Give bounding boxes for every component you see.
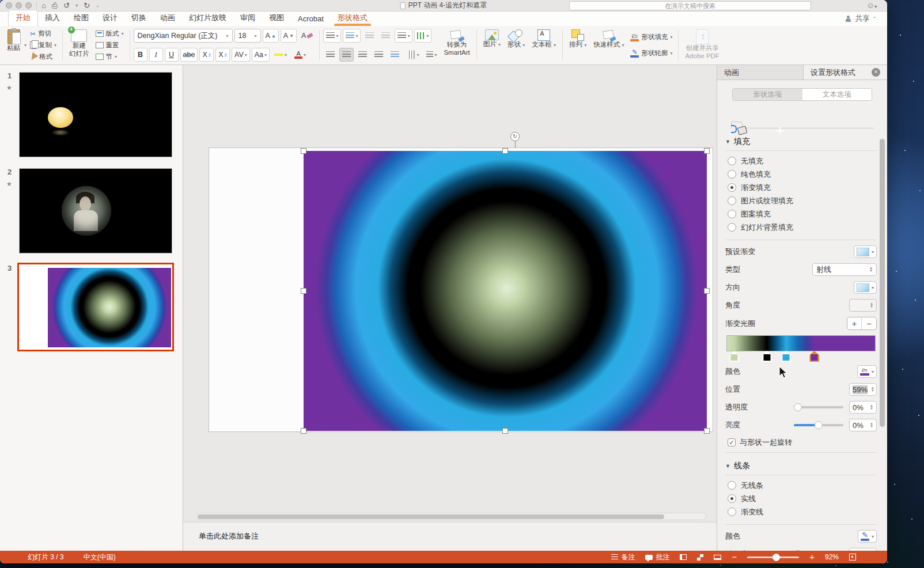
tab-animations[interactable]: 动画	[153, 10, 182, 26]
line-section-header[interactable]: ▼线条	[725, 457, 877, 475]
fill-option-pattern[interactable]: 图案填充	[728, 207, 877, 221]
arrange-button[interactable]: 排列 ▾	[566, 28, 589, 63]
change-case-button[interactable]: Aa▾	[252, 48, 270, 62]
quick-styles-button[interactable]: 快速样式 ▾	[590, 28, 627, 63]
close-window-button[interactable]	[6, 2, 12, 9]
zoom-slider-knob[interactable]	[772, 554, 780, 561]
language-indicator[interactable]: 中文(中国)	[84, 552, 116, 562]
gradient-stop-black[interactable]	[762, 351, 772, 362]
stop-position-input[interactable]: 59%▲▼	[849, 383, 877, 396]
tab-review[interactable]: 审阅	[233, 10, 262, 26]
text-direction-button[interactable]: ▾	[404, 48, 422, 62]
cut-button[interactable]: ✂剪切	[28, 29, 59, 39]
gradient-stop-green[interactable]	[729, 351, 739, 362]
gradient-type-select[interactable]: 射线▲▼	[812, 263, 877, 276]
effects-tab[interactable]	[751, 122, 761, 128]
panel-scrollbar[interactable]	[880, 139, 885, 542]
tab-home[interactable]: 开始	[8, 10, 38, 26]
rotation-handle[interactable]: ↻	[510, 132, 520, 141]
subscript-button[interactable]: X2	[215, 48, 230, 62]
gradient-stops-bar[interactable]	[726, 335, 876, 351]
clear-formatting-button[interactable]: A	[298, 29, 316, 43]
distribute-button[interactable]	[388, 48, 402, 62]
slide-1-thumbnail[interactable]	[19, 72, 172, 157]
minimize-window-button[interactable]	[16, 2, 22, 9]
undo-icon[interactable]: ↺	[63, 1, 70, 10]
redo-icon[interactable]: ↻	[84, 1, 90, 10]
notes-toggle-button[interactable]: 备注	[611, 552, 635, 562]
decrease-indent-button[interactable]	[362, 29, 377, 43]
size-properties-tab[interactable]	[769, 122, 779, 128]
tab-transitions[interactable]: 切换	[124, 10, 153, 26]
tab-insert[interactable]: 插入	[38, 10, 67, 26]
horizontal-scrollbar[interactable]	[196, 513, 706, 520]
slide-sorter-view-button[interactable]	[697, 554, 703, 561]
save-icon[interactable]: ⎙	[52, 1, 58, 10]
fill-option-picture[interactable]: 图片或纹理填充	[728, 194, 877, 207]
preset-gradient-button[interactable]: ▾	[854, 245, 877, 258]
add-gradient-stop-button[interactable]: +	[847, 317, 862, 330]
undo-dropdown-icon[interactable]: ▾	[75, 3, 78, 8]
feedback-smiley-icon[interactable]: ☺▾	[866, 1, 877, 10]
tab-view[interactable]: 视图	[262, 10, 291, 26]
character-spacing-button[interactable]: AV▾	[232, 48, 250, 62]
gradient-rectangle-shape[interactable]	[304, 151, 707, 431]
handle-top-right[interactable]	[704, 148, 710, 154]
transparency-slider-knob[interactable]	[794, 403, 802, 411]
convert-smartart-button[interactable]: 转换为SmartArt	[441, 28, 472, 63]
transparency-input[interactable]: 0%▲▼	[849, 401, 877, 414]
stop-color-button[interactable]: 🗁 ▾	[857, 365, 877, 378]
copy-button[interactable]: 复制▾	[28, 40, 59, 50]
new-slide-button[interactable]: 新建幻灯片	[66, 28, 92, 63]
create-share-pdf-button[interactable]: 创建并共享Adobe PDF	[682, 28, 722, 63]
panel-tab-animation[interactable]: 动画	[717, 65, 804, 79]
line-option-none[interactable]: 无线条	[728, 479, 877, 492]
handle-top-left[interactable]	[301, 148, 306, 154]
line-color-button[interactable]: ✎ ▾	[858, 530, 877, 543]
comments-toggle-button[interactable]: 批注	[645, 552, 669, 562]
rotate-with-shape-checkbox[interactable]: ✓ 与形状一起旋转	[728, 437, 877, 448]
align-right-button[interactable]	[355, 48, 370, 62]
reset-button[interactable]: 重置	[93, 40, 126, 50]
home-icon[interactable]: ⌂	[41, 1, 46, 10]
handle-bottom-center[interactable]	[502, 428, 508, 434]
italic-button[interactable]: I	[149, 48, 163, 62]
fill-option-solid[interactable]: 纯色填充	[728, 168, 877, 181]
fill-option-gradient[interactable]: 渐变填充	[728, 181, 877, 194]
brightness-input[interactable]: 0%▲▼	[849, 419, 877, 431]
zoom-out-button[interactable]: −	[732, 554, 737, 560]
panel-tab-format-shape[interactable]: 设置形状格式 ✕	[804, 65, 887, 79]
zoom-window-button[interactable]	[25, 2, 32, 9]
font-name-select[interactable]: DengXian Regular (正文)▾	[134, 29, 233, 43]
handle-bottom-right[interactable]	[704, 428, 710, 434]
close-panel-icon[interactable]: ✕	[872, 68, 880, 77]
shape-fill-button[interactable]: 🗁形状填充▾	[628, 32, 675, 42]
layout-button[interactable]: 版式▾	[93, 29, 126, 39]
share-button[interactable]: 共享 ⌃	[845, 14, 877, 24]
strikethrough-button[interactable]: abe	[180, 48, 198, 62]
normal-view-button[interactable]	[680, 554, 687, 560]
gradient-direction-button[interactable]: ▾	[854, 281, 877, 294]
search-input[interactable]	[569, 1, 811, 10]
shape-options-segment[interactable]: 形状选项	[733, 89, 802, 100]
line-spacing-button[interactable]: ▾	[395, 29, 412, 43]
handle-middle-right[interactable]	[704, 288, 710, 294]
align-text-button[interactable]: ▾	[423, 48, 440, 62]
shape-outline-button[interactable]: ✎形状轮廓▾	[628, 48, 675, 58]
panel-scrollbar-thumb[interactable]	[880, 139, 885, 427]
slide-3-thumbnail[interactable]	[19, 264, 172, 350]
textbox-button[interactable]: 文本框 ▾	[529, 28, 559, 63]
customize-toolbar-icon[interactable]: ⌄	[96, 3, 100, 8]
horizontal-scrollbar-thumb[interactable]	[198, 514, 664, 519]
fill-option-none[interactable]: 无填充	[728, 154, 877, 168]
justify-button[interactable]	[372, 48, 386, 62]
bold-button[interactable]: B	[134, 48, 147, 62]
underline-button[interactable]: U	[165, 48, 179, 62]
font-size-select[interactable]: 18▾	[234, 29, 261, 43]
increase-indent-button[interactable]	[378, 29, 393, 43]
font-color-button[interactable]: A▾	[291, 48, 309, 62]
handle-top-center[interactable]	[502, 148, 508, 154]
angle-input[interactable]: ▲▼	[849, 299, 877, 312]
notes-pane[interactable]: 单击此处添加备注	[183, 522, 717, 551]
decrease-font-button[interactable]: A▼	[281, 29, 297, 43]
